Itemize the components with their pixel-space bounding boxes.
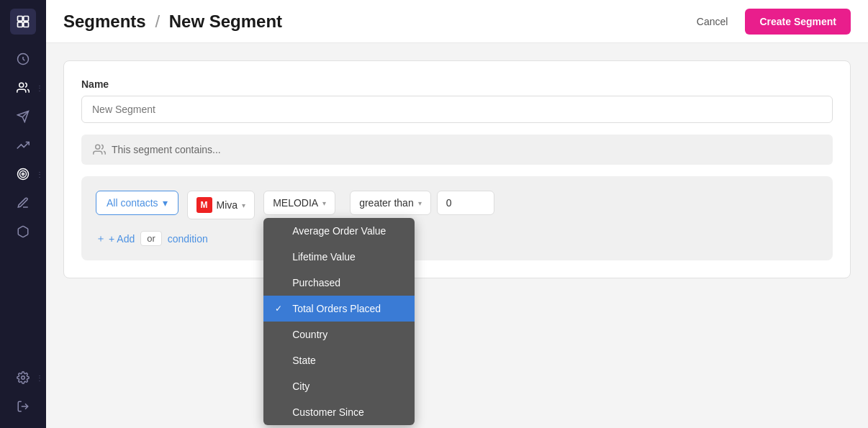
or-badge: or (140, 231, 162, 246)
dropdown-item-total_orders_placed[interactable]: ✓Total Orders Placed (263, 296, 415, 322)
svg-point-9 (20, 171, 27, 178)
breadcrumb-current: New Segment (169, 12, 282, 31)
dropdown-item-state[interactable]: State (263, 347, 415, 373)
breadcrumb-separator: / (155, 12, 160, 31)
operator-label: greater than (359, 197, 414, 209)
sidebar-item-automations[interactable] (0, 132, 46, 158)
add-link[interactable]: ＋ + Add (96, 232, 135, 245)
integration-chevron: ▾ (242, 201, 245, 209)
sidebar-contacts-dots[interactable]: ⋮ (36, 84, 43, 92)
dropdown-item-city[interactable]: City (263, 373, 415, 399)
breadcrumb-root: Segments (63, 12, 146, 31)
dropdown-item-label-city: City (292, 381, 309, 392)
melodia-chevron: ▾ (322, 199, 326, 207)
filter-value-area: greater than ▾ (350, 191, 494, 215)
dropdown-item-avg_order_value[interactable]: Average Order Value (263, 218, 415, 244)
dropdown-item-label-state: State (292, 355, 316, 366)
page-header: Segments / New Segment Cancel Create Seg… (46, 0, 868, 43)
sidebar-logo (10, 9, 36, 35)
dropdown-item-label-avg_order_value: Average Order Value (292, 225, 386, 237)
page-content: Name This segment contains... All contac… (46, 43, 868, 428)
check-icon-total_orders_placed: ✓ (275, 304, 286, 314)
integration-label: Miva (217, 199, 238, 211)
condition-link[interactable]: condition (168, 233, 208, 245)
header-actions: Cancel Create Segment (688, 9, 851, 35)
svg-point-5 (19, 83, 24, 87)
people-icon (93, 143, 106, 156)
melodia-dropdown-menu: Average Order ValueLifetime ValuePurchas… (263, 218, 415, 425)
sidebar-item-segments[interactable]: ⋮ (0, 161, 46, 187)
name-label: Name (81, 78, 833, 90)
miva-logo-icon: M (196, 197, 212, 213)
dropdown-item-label-purchased: Purchased (292, 277, 340, 288)
add-icon: ＋ (96, 232, 106, 245)
filter-row: All contacts ▾ M Miva ▾ MELODIA ▾ (96, 191, 818, 219)
melodia-dropdown-wrapper: MELODIA ▾ Average Order ValueLifetime Va… (263, 191, 335, 215)
all-contacts-label: All contacts (107, 197, 158, 209)
dropdown-item-label-lifetime_value: Lifetime Value (292, 251, 356, 263)
svg-point-10 (22, 173, 24, 176)
svg-rect-1 (24, 17, 29, 22)
sidebar-item-products[interactable] (0, 219, 46, 245)
cancel-button[interactable]: Cancel (688, 12, 737, 32)
main-content: Segments / New Segment Cancel Create Seg… (46, 0, 868, 428)
all-contacts-chevron: ▾ (163, 197, 168, 209)
sidebar-item-editor[interactable] (0, 190, 46, 216)
sidebar-item-campaigns[interactable] (0, 104, 46, 129)
segment-card: Name This segment contains... All contac… (63, 60, 851, 278)
dropdown-item-label-country: Country (292, 329, 327, 340)
sidebar-item-settings[interactable]: ⋮ (0, 365, 46, 391)
melodia-label: MELODIA (273, 197, 318, 209)
dropdown-item-customer_since[interactable]: Customer Since (263, 399, 415, 425)
name-input[interactable] (81, 96, 833, 123)
segment-contains-text: This segment contains... (112, 144, 221, 155)
segment-contains-bar: This segment contains... (81, 135, 833, 165)
filter-area: All contacts ▾ M Miva ▾ MELODIA ▾ (81, 176, 833, 260)
dropdown-item-purchased[interactable]: Purchased (263, 270, 415, 296)
operator-chevron: ▾ (418, 199, 422, 207)
svg-rect-0 (18, 17, 23, 22)
add-condition-row: ＋ + Add or condition (96, 231, 818, 246)
condition-operator-dropdown[interactable]: greater than ▾ (350, 191, 431, 215)
sidebar-settings-dots[interactable]: ⋮ (36, 374, 43, 382)
all-contacts-dropdown[interactable]: All contacts ▾ (96, 191, 178, 215)
dropdown-item-country[interactable]: Country (263, 322, 415, 347)
add-label: + Add (109, 233, 135, 245)
svg-rect-2 (18, 22, 23, 27)
svg-point-13 (96, 145, 100, 149)
svg-rect-3 (24, 22, 29, 27)
sidebar-item-contacts[interactable]: ⋮ (0, 75, 46, 101)
melodia-dropdown[interactable]: MELODIA ▾ (263, 191, 335, 215)
dropdown-item-label-total_orders_placed: Total Orders Placed (292, 303, 381, 314)
sidebar-item-dashboard[interactable] (0, 46, 46, 72)
svg-point-11 (22, 376, 25, 380)
dropdown-item-label-customer_since: Customer Since (292, 406, 364, 418)
create-segment-button[interactable]: Create Segment (745, 9, 851, 35)
integration-dropdown[interactable]: M Miva ▾ (187, 191, 256, 219)
filter-value-input[interactable] (437, 191, 494, 215)
sidebar: ⋮ ⋮ (0, 0, 46, 428)
dropdown-item-lifetime_value[interactable]: Lifetime Value (263, 244, 415, 270)
page-title: Segments / New Segment (63, 12, 282, 32)
sidebar-item-logout[interactable] (0, 393, 46, 419)
sidebar-segments-dots[interactable]: ⋮ (36, 170, 43, 178)
